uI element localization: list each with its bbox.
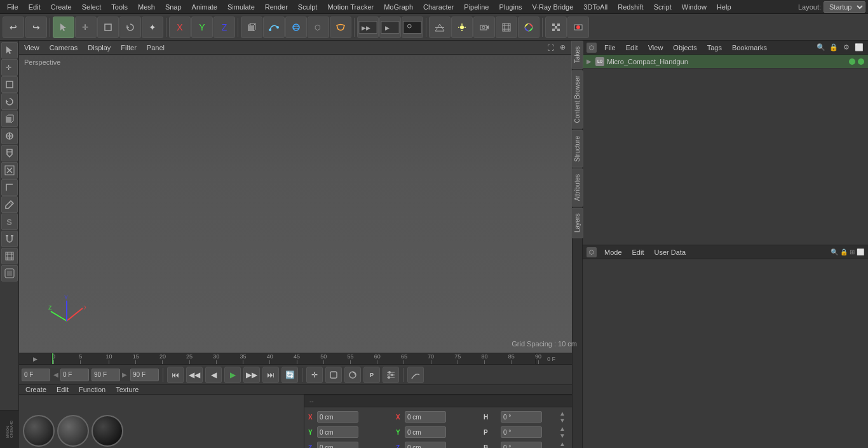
left-tool-4[interactable] [1, 93, 18, 110]
left-tool-grid[interactable] [1, 248, 18, 264]
menu-mesh[interactable]: Mesh [133, 2, 159, 12]
record-button[interactable] [567, 17, 589, 38]
left-tool-5[interactable] [1, 111, 18, 127]
left-tool-magnet[interactable] [1, 231, 18, 247]
mat-menu-function[interactable]: Function [76, 385, 108, 394]
transform-button[interactable]: ✦ [142, 17, 163, 38]
loop-button[interactable]: 🔄 [281, 367, 298, 383]
object-row-gun[interactable]: ▶ L0 Micro_Compact_Handgun [583, 55, 868, 69]
vp-crosshair-icon[interactable]: ⊕ [557, 43, 567, 53]
record-anim-button[interactable] [344, 367, 361, 383]
preview-end-input[interactable] [92, 369, 120, 381]
menu-tools[interactable]: Tools [107, 2, 132, 12]
tab-structure[interactable]: Structure [571, 130, 583, 168]
generator-button[interactable]: ⬡ [308, 17, 329, 38]
y-pos-input[interactable] [317, 426, 358, 438]
motion-path-button[interactable] [407, 367, 424, 383]
move-tool-button[interactable]: ✛ [75, 17, 97, 38]
checkerboard-button[interactable] [545, 17, 567, 38]
menu-sculpt[interactable]: Sculpt [294, 2, 322, 12]
viewport-3d[interactable]: X Z Y Perspective Grid Spacing : 10 cm [19, 55, 582, 353]
tab-takes[interactable]: Takes [571, 41, 583, 69]
goto-start-button[interactable]: ⏮ [167, 367, 184, 383]
menu-script[interactable]: Script [649, 2, 676, 12]
select-tool-button[interactable] [53, 17, 74, 38]
floor-button[interactable] [429, 17, 451, 38]
attr-menu-edit[interactable]: Edit [630, 248, 647, 257]
timeline[interactable]: ▶ 051015202530354045505560657075808590 0… [19, 353, 582, 364]
h-input[interactable] [501, 411, 542, 423]
tab-layers[interactable]: Layers [571, 208, 583, 238]
scale-tool-button[interactable] [97, 17, 119, 38]
keys-button[interactable] [383, 367, 399, 383]
object-visibility-dot[interactable] [849, 58, 855, 65]
attr-search-icon[interactable]: 🔍 [831, 248, 838, 255]
playhead[interactable] [52, 353, 53, 364]
menu-snap[interactable]: Snap [161, 2, 186, 12]
menu-help[interactable]: Help [712, 2, 736, 12]
layout-select[interactable]: Startup [824, 1, 865, 13]
rpanel-search-icon[interactable]: 🔍 [816, 43, 826, 53]
render-region-button[interactable]: ▶▶ [357, 17, 379, 38]
menu-redshift[interactable]: Redshift [613, 2, 648, 12]
menu-render[interactable]: Render [261, 2, 292, 12]
vp-menu-view[interactable]: View [22, 43, 42, 53]
z-axis-button[interactable]: Z [214, 17, 235, 38]
preview-start-input[interactable] [60, 369, 89, 381]
left-tool-8[interactable] [1, 162, 18, 179]
menu-edit[interactable]: Edit [24, 2, 45, 12]
material-swatch-2[interactable]: Black_m [92, 415, 123, 448]
left-tool-s[interactable]: S [1, 214, 18, 230]
p-input[interactable] [501, 426, 542, 438]
menu-pipeline[interactable]: Pipeline [459, 2, 493, 12]
tab-attributes[interactable]: Attributes [571, 168, 583, 207]
rpanel-menu-view[interactable]: View [646, 43, 666, 52]
vp-expand-icon[interactable]: ⛶ [545, 43, 555, 53]
menu-plugins[interactable]: Plugins [494, 2, 526, 12]
menu-3dtoall[interactable]: 3DToAll [579, 2, 612, 12]
attr-more-icon[interactable]: ⊞ [850, 248, 855, 255]
vp-menu-filter[interactable]: Filter [118, 43, 139, 53]
x-rot-input[interactable] [405, 411, 446, 423]
redo-button[interactable]: ↪ [25, 17, 47, 38]
nurbs-button[interactable] [285, 17, 307, 38]
key-anim-button[interactable] [325, 367, 342, 383]
left-tool-3[interactable] [1, 76, 18, 93]
menu-create[interactable]: Create [46, 2, 76, 12]
vp-menu-panel[interactable]: Panel [144, 43, 167, 53]
rpanel-lock-icon[interactable]: 🔒 [829, 43, 839, 53]
cube-button[interactable] [241, 17, 262, 38]
move-anim-button[interactable]: ✛ [306, 367, 323, 383]
play-button[interactable]: ▶ [224, 367, 241, 383]
grid-button[interactable] [496, 17, 517, 38]
tab-content-browser[interactable]: Content Browser [571, 70, 583, 128]
spline-button[interactable] [263, 17, 285, 38]
b-input[interactable] [501, 442, 542, 448]
left-tool-corner[interactable] [1, 179, 18, 196]
deformer-button[interactable] [330, 17, 351, 38]
timeline-ruler[interactable]: 051015202530354045505560657075808590 [52, 353, 535, 364]
y-rot-input[interactable] [405, 426, 446, 438]
camera-button[interactable] [473, 17, 495, 38]
undo-button[interactable]: ↩ [3, 17, 24, 38]
next-frame-btn[interactable]: ▶ [122, 371, 127, 378]
vp-menu-display[interactable]: Display [85, 43, 113, 53]
menu-window[interactable]: Window [677, 2, 711, 12]
mat-menu-create[interactable]: Create [23, 385, 49, 394]
menu-simulate[interactable]: Simulate [223, 2, 259, 12]
render-view-button[interactable]: ▶ [379, 17, 401, 38]
z-rot-input[interactable] [405, 442, 446, 448]
attr-menu-user-data[interactable]: User Data [652, 248, 689, 257]
step-back-button[interactable]: ◀◀ [186, 367, 203, 383]
menu-animate[interactable]: Animate [187, 2, 222, 12]
render-picture-button[interactable] [402, 17, 423, 38]
light-button[interactable] [451, 17, 473, 38]
attr-expand-icon[interactable]: ⬜ [857, 248, 864, 255]
menu-file[interactable]: File [3, 2, 23, 12]
rpanel-menu-file[interactable]: File [602, 43, 618, 52]
pla-button[interactable]: P [363, 367, 380, 383]
prev-frame-btn[interactable]: ◀ [53, 371, 58, 378]
menu-character[interactable]: Character [419, 2, 458, 12]
play-back-button[interactable]: ◀ [205, 367, 222, 383]
x-pos-input[interactable] [317, 411, 358, 423]
